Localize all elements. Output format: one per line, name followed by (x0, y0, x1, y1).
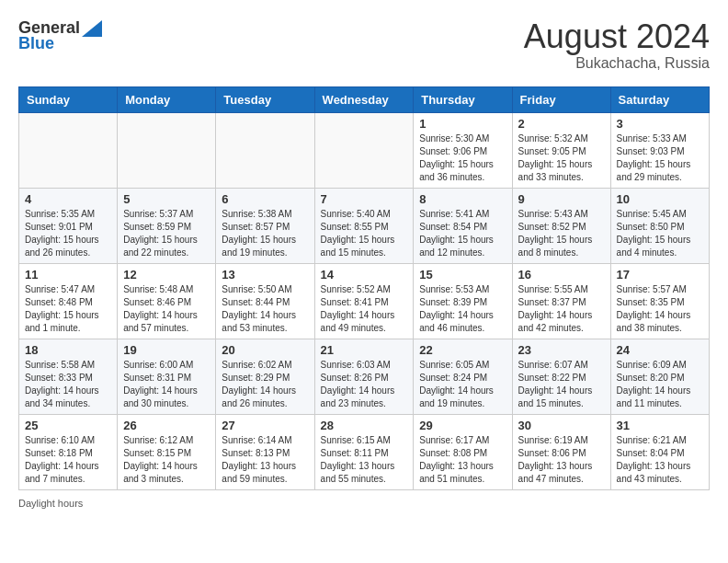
day-number: 31 (617, 419, 703, 432)
calendar-cell (118, 112, 216, 188)
day-info: Sunrise: 6:17 AM Sunset: 8:08 PM Dayligh… (419, 434, 506, 486)
day-info: Sunrise: 5:47 AM Sunset: 8:48 PM Dayligh… (25, 283, 111, 335)
logo-arrow-icon (82, 20, 102, 37)
day-info: Sunrise: 5:41 AM Sunset: 8:54 PM Dayligh… (419, 208, 506, 259)
day-info: Sunrise: 6:00 AM Sunset: 8:31 PM Dayligh… (123, 359, 210, 410)
day-info: Sunrise: 6:10 AM Sunset: 8:18 PM Dayligh… (25, 434, 111, 486)
day-number: 30 (518, 419, 605, 432)
calendar-cell: 9Sunrise: 5:43 AM Sunset: 8:52 PM Daylig… (512, 188, 610, 263)
day-info: Sunrise: 5:48 AM Sunset: 8:46 PM Dayligh… (123, 283, 210, 335)
calendar-cell: 13Sunrise: 5:50 AM Sunset: 8:44 PM Dayli… (216, 263, 314, 339)
col-header-friday: Friday (512, 86, 610, 112)
day-number: 15 (419, 268, 506, 282)
day-info: Sunrise: 6:03 AM Sunset: 8:26 PM Dayligh… (321, 359, 408, 410)
col-header-saturday: Saturday (610, 86, 709, 112)
day-info: Sunrise: 6:14 AM Sunset: 8:13 PM Dayligh… (222, 434, 308, 486)
day-number: 17 (617, 268, 703, 282)
day-number: 27 (222, 419, 308, 432)
day-info: Sunrise: 5:45 AM Sunset: 8:50 PM Dayligh… (617, 208, 703, 259)
page-header: General Blue August 2024 Bukachacha, Rus… (18, 18, 710, 72)
calendar-cell: 11Sunrise: 5:47 AM Sunset: 8:48 PM Dayli… (19, 263, 118, 339)
calendar-cell: 28Sunrise: 6:15 AM Sunset: 8:11 PM Dayli… (314, 414, 414, 489)
day-info: Sunrise: 6:21 AM Sunset: 8:04 PM Dayligh… (617, 434, 703, 486)
calendar-cell: 22Sunrise: 6:05 AM Sunset: 8:24 PM Dayli… (414, 339, 512, 414)
calendar-cell: 1Sunrise: 5:30 AM Sunset: 9:06 PM Daylig… (414, 112, 512, 188)
day-info: Sunrise: 6:09 AM Sunset: 8:20 PM Dayligh… (617, 359, 703, 410)
calendar-cell: 4Sunrise: 5:35 AM Sunset: 9:01 PM Daylig… (19, 188, 118, 263)
day-info: Sunrise: 5:57 AM Sunset: 8:35 PM Dayligh… (617, 283, 703, 335)
calendar-cell: 6Sunrise: 5:38 AM Sunset: 8:57 PM Daylig… (216, 188, 314, 263)
day-info: Sunrise: 5:52 AM Sunset: 8:41 PM Dayligh… (321, 283, 408, 335)
day-number: 28 (321, 419, 408, 432)
calendar-week-row: 18Sunrise: 5:58 AM Sunset: 8:33 PM Dayli… (19, 339, 710, 414)
calendar-cell (19, 112, 118, 188)
location-subtitle: Bukachacha, Russia (524, 55, 710, 72)
day-info: Sunrise: 5:38 AM Sunset: 8:57 PM Dayligh… (222, 208, 308, 259)
day-number: 14 (321, 268, 408, 282)
calendar-cell: 25Sunrise: 6:10 AM Sunset: 8:18 PM Dayli… (19, 414, 118, 489)
calendar-footer: Daylight hours (18, 498, 710, 509)
day-number: 18 (25, 343, 111, 357)
col-header-sunday: Sunday (19, 86, 118, 112)
calendar-cell: 21Sunrise: 6:03 AM Sunset: 8:26 PM Dayli… (314, 339, 414, 414)
day-info: Sunrise: 6:07 AM Sunset: 8:22 PM Dayligh… (518, 359, 605, 410)
calendar-cell: 30Sunrise: 6:19 AM Sunset: 8:06 PM Dayli… (512, 414, 610, 489)
day-number: 20 (222, 343, 308, 357)
col-header-wednesday: Wednesday (314, 86, 414, 112)
day-number: 10 (617, 192, 703, 206)
day-info: Sunrise: 6:05 AM Sunset: 8:24 PM Dayligh… (419, 359, 506, 410)
month-year-title: August 2024 (524, 18, 710, 55)
calendar-cell: 15Sunrise: 5:53 AM Sunset: 8:39 PM Dayli… (414, 263, 512, 339)
day-info: Sunrise: 5:33 AM Sunset: 9:03 PM Dayligh… (617, 132, 703, 184)
calendar-cell: 16Sunrise: 5:55 AM Sunset: 8:37 PM Dayli… (512, 263, 610, 339)
calendar-cell: 23Sunrise: 6:07 AM Sunset: 8:22 PM Dayli… (512, 339, 610, 414)
day-number: 9 (518, 192, 605, 206)
day-number: 25 (25, 419, 111, 432)
calendar-week-row: 11Sunrise: 5:47 AM Sunset: 8:48 PM Dayli… (19, 263, 710, 339)
day-info: Sunrise: 5:58 AM Sunset: 8:33 PM Dayligh… (25, 359, 111, 410)
day-info: Sunrise: 6:15 AM Sunset: 8:11 PM Dayligh… (321, 434, 408, 486)
calendar-cell: 19Sunrise: 6:00 AM Sunset: 8:31 PM Dayli… (118, 339, 216, 414)
calendar-cell: 10Sunrise: 5:45 AM Sunset: 8:50 PM Dayli… (610, 188, 709, 263)
calendar-cell: 17Sunrise: 5:57 AM Sunset: 8:35 PM Dayli… (610, 263, 709, 339)
day-info: Sunrise: 5:40 AM Sunset: 8:55 PM Dayligh… (321, 208, 408, 259)
calendar-table: SundayMondayTuesdayWednesdayThursdayFrid… (18, 86, 710, 490)
calendar-week-row: 4Sunrise: 5:35 AM Sunset: 9:01 PM Daylig… (19, 188, 710, 263)
calendar-cell (216, 112, 314, 188)
day-info: Sunrise: 5:30 AM Sunset: 9:06 PM Dayligh… (419, 132, 506, 184)
day-number: 22 (419, 343, 506, 357)
logo-blue-text: Blue (18, 34, 54, 53)
calendar-cell: 18Sunrise: 5:58 AM Sunset: 8:33 PM Dayli… (19, 339, 118, 414)
title-block: August 2024 Bukachacha, Russia (524, 18, 710, 72)
day-info: Sunrise: 5:50 AM Sunset: 8:44 PM Dayligh… (222, 283, 308, 335)
calendar-cell: 7Sunrise: 5:40 AM Sunset: 8:55 PM Daylig… (314, 188, 414, 263)
calendar-week-row: 1Sunrise: 5:30 AM Sunset: 9:06 PM Daylig… (19, 112, 710, 188)
calendar-cell: 27Sunrise: 6:14 AM Sunset: 8:13 PM Dayli… (216, 414, 314, 489)
day-number: 19 (123, 343, 210, 357)
day-number: 26 (123, 419, 210, 432)
col-header-thursday: Thursday (414, 86, 512, 112)
calendar-cell: 31Sunrise: 6:21 AM Sunset: 8:04 PM Dayli… (610, 414, 709, 489)
day-number: 23 (518, 343, 605, 357)
day-number: 8 (419, 192, 506, 206)
calendar-cell: 24Sunrise: 6:09 AM Sunset: 8:20 PM Dayli… (610, 339, 709, 414)
calendar-cell: 20Sunrise: 6:02 AM Sunset: 8:29 PM Dayli… (216, 339, 314, 414)
calendar-cell: 29Sunrise: 6:17 AM Sunset: 8:08 PM Dayli… (414, 414, 512, 489)
day-info: Sunrise: 5:43 AM Sunset: 8:52 PM Dayligh… (518, 208, 605, 259)
day-number: 12 (123, 268, 210, 282)
day-number: 1 (419, 117, 506, 131)
col-header-tuesday: Tuesday (216, 86, 314, 112)
day-number: 5 (123, 192, 210, 206)
day-info: Sunrise: 5:32 AM Sunset: 9:05 PM Dayligh… (518, 132, 605, 184)
calendar-cell (314, 112, 414, 188)
day-info: Sunrise: 6:19 AM Sunset: 8:06 PM Dayligh… (518, 434, 605, 486)
daylight-label: Daylight hours (18, 498, 83, 509)
day-info: Sunrise: 6:02 AM Sunset: 8:29 PM Dayligh… (222, 359, 308, 410)
calendar-cell: 26Sunrise: 6:12 AM Sunset: 8:15 PM Dayli… (118, 414, 216, 489)
calendar-week-row: 25Sunrise: 6:10 AM Sunset: 8:18 PM Dayli… (19, 414, 710, 489)
logo: General Blue (18, 18, 102, 53)
day-number: 7 (321, 192, 408, 206)
day-number: 6 (222, 192, 308, 206)
calendar-cell: 5Sunrise: 5:37 AM Sunset: 8:59 PM Daylig… (118, 188, 216, 263)
calendar-cell: 3Sunrise: 5:33 AM Sunset: 9:03 PM Daylig… (610, 112, 709, 188)
